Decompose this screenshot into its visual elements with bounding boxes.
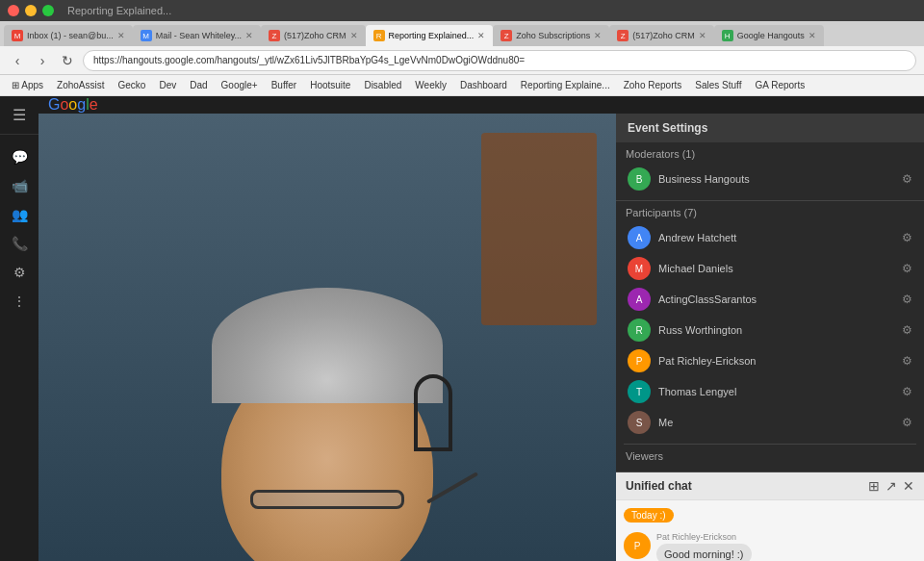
menu-icon[interactable]: ☰ [13, 106, 26, 124]
buffer-bookmark[interactable]: Buffer [268, 78, 301, 92]
participant-avatar-russ: R [628, 319, 651, 342]
participant-gear-icon[interactable]: ⚙ [902, 385, 912, 398]
today-badge: Today :) [624, 508, 674, 523]
apps-bookmark[interactable]: ⊞ Apps [8, 78, 47, 92]
participant-name-michael: Michael Daniels [658, 263, 894, 274]
msg-sender-1: Pat Richley-Erickson [656, 532, 752, 542]
tab-label: Mail - Sean Whiteley... [156, 31, 242, 40]
refresh-button[interactable]: ↻ [58, 51, 77, 70]
participant-gear-icon[interactable]: ⚙ [902, 354, 912, 368]
tab-close-icon[interactable]: ✕ [594, 31, 602, 40]
event-settings-panel: Event Settings Moderators (1) B Business… [616, 114, 924, 472]
chat-expand-icon[interactable]: ⊞ [868, 478, 880, 494]
tab-close-icon[interactable]: ✕ [477, 31, 485, 40]
moderator-gear-icon[interactable]: ⚙ [902, 172, 912, 186]
sidebar-icon-people[interactable]: 👥 [5, 200, 34, 229]
settings-icon: ⚙ [13, 265, 26, 280]
participant-row-me: S Me ⚙ [626, 407, 914, 438]
event-settings-header: Event Settings [616, 114, 924, 142]
weekly-bookmark[interactable]: Weekly [411, 78, 450, 92]
participant-avatar-andrew: A [628, 226, 651, 249]
main-video [38, 114, 616, 561]
dev-bookmark[interactable]: Dev [155, 78, 180, 92]
sidebar-icon-settings[interactable]: ⚙ [5, 258, 34, 287]
sidebar-icon-more[interactable]: ⋮ [5, 287, 34, 316]
sidebar-icon-chat[interactable]: 💬 [5, 142, 34, 171]
left-sidebar: ☰ 💬 📹 👥 📞 ⚙ ⋮ [0, 96, 38, 561]
chat-bubble-icon: 💬 [12, 149, 28, 165]
traffic-light-yellow[interactable] [25, 5, 37, 16]
address-bar[interactable]: https://hangouts.google.com/hangouts/_yt… [83, 50, 916, 71]
forward-button[interactable]: › [33, 51, 52, 70]
msg-content-1: Pat Richley-Erickson Good morning! :) 08… [656, 532, 752, 561]
back-button[interactable]: ‹ [8, 51, 27, 70]
zohoassist-bookmark[interactable]: ZohoAssist [53, 78, 108, 92]
tab-reporting[interactable]: R Reporting Explained... ✕ [366, 25, 494, 46]
participant-gear-icon[interactable]: ⚙ [902, 323, 912, 337]
browser-tabs: M Inbox (1) - sean@bu... ✕ M Mail - Sean… [0, 21, 924, 46]
chat-popout-icon[interactable]: ↗ [886, 478, 897, 494]
dashboard-bookmark[interactable]: Dashboard [456, 78, 511, 92]
participant-name-pat: Pat Richley-Erickson [658, 355, 894, 367]
traffic-light-red[interactable] [8, 5, 19, 16]
googleplus-bookmark[interactable]: Google+ [218, 78, 262, 92]
app-header-sidebar: ☰ [0, 96, 38, 135]
tab-label: Zoho Subscriptions [516, 31, 590, 40]
ga-bookmark[interactable]: GA Reports [751, 78, 808, 92]
reporting-bookmark[interactable]: Reporting Explaine... [517, 78, 614, 92]
participant-gear-icon[interactable]: ⚙ [902, 262, 912, 275]
chat-close-icon[interactable]: ✕ [903, 478, 914, 494]
participant-gear-icon[interactable]: ⚙ [902, 293, 912, 306]
chat-header-icons: ⊞ ↗ ✕ [868, 478, 914, 494]
participant-name-thomas: Thomas Lengyel [658, 386, 894, 397]
disabled-bookmark[interactable]: Disabled [360, 78, 405, 92]
participant-avatar-pat: P [628, 349, 651, 372]
address-text: https://hangouts.google.com/hangouts/_yt… [93, 55, 525, 65]
participants-label: Participants (7) [626, 207, 914, 218]
tab-zoho2[interactable]: Z (517)Zoho CRM ✕ [609, 25, 714, 46]
msg-bubble-1: Good morning! :) [656, 544, 752, 561]
bookmarks-bar: ⊞ Apps ZohoAssist Gecko Dev Dad Google+ … [0, 75, 924, 96]
sales-bookmark[interactable]: Sales Stuff [691, 78, 745, 92]
tab-close-icon[interactable]: ✕ [350, 31, 358, 40]
tab-close-icon[interactable]: ✕ [117, 31, 125, 40]
tab-mail[interactable]: M Mail - Sean Whiteley... ✕ [133, 25, 261, 46]
moderator-name: Business Hangouts [658, 173, 894, 185]
tab-zoho1[interactable]: Z (517)Zoho CRM ✕ [261, 25, 366, 46]
tab-hangouts[interactable]: H Google Hangouts ✕ [714, 25, 824, 46]
sidebar-icon-video[interactable]: 📹 [5, 171, 34, 200]
moderators-label: Moderators (1) [626, 148, 914, 160]
participant-name-andrew: Andrew Hatchett [658, 232, 894, 243]
hootsuite-bookmark[interactable]: Hootsuite [306, 78, 354, 92]
message-row-1: P Pat Richley-Erickson Good morning! :) … [624, 532, 916, 561]
app-header-bar: Google [38, 96, 924, 114]
chat-messages-area: Today :) P Pat Richley-Erickson Good mor… [616, 500, 924, 561]
participant-name-russ: Russ Worthington [658, 324, 894, 336]
tab-label: (517)Zoho CRM [284, 31, 346, 40]
dad-bookmark[interactable]: Dad [186, 78, 211, 92]
more-icon: ⋮ [13, 293, 26, 309]
tab-close-icon[interactable]: ✕ [245, 31, 253, 40]
video-area: 🎤 📷 📶 ⚙ 📞 OFF AIR [38, 114, 616, 561]
participant-gear-icon[interactable]: ⚙ [902, 416, 912, 429]
tab-zoho-sub[interactable]: Z Zoho Subscriptions ✕ [493, 25, 609, 46]
participant-avatar-thomas: T [628, 380, 651, 403]
participant-row-acting: A ActingClassSarantos ⚙ [626, 284, 914, 315]
traffic-light-green[interactable] [42, 5, 54, 16]
participant-avatar-me: S [628, 411, 651, 434]
moderators-section: Moderators (1) B Business Hangouts ⚙ [616, 142, 924, 201]
tab-gmail[interactable]: M Inbox (1) - sean@bu... ✕ [4, 25, 133, 46]
participant-row-michael: M Michael Daniels ⚙ [626, 253, 914, 284]
participant-row-pat: P Pat Richley-Erickson ⚙ [626, 345, 914, 376]
sidebar-icon-phone[interactable]: 📞 [5, 229, 34, 258]
tab-close-icon[interactable]: ✕ [808, 31, 816, 40]
tab-close-icon[interactable]: ✕ [699, 31, 706, 40]
gecko-bookmark[interactable]: Gecko [115, 78, 150, 92]
participant-row-andrew: A Andrew Hatchett ⚙ [626, 222, 914, 253]
participant-gear-icon[interactable]: ⚙ [902, 231, 912, 244]
people-icon: 👥 [12, 207, 28, 222]
viewers-label: Viewers [626, 450, 914, 462]
zoho-reports-bookmark[interactable]: Zoho Reports [620, 78, 686, 92]
participant-name-me: Me [658, 417, 894, 428]
chat-title: Unified chat [626, 479, 692, 493]
